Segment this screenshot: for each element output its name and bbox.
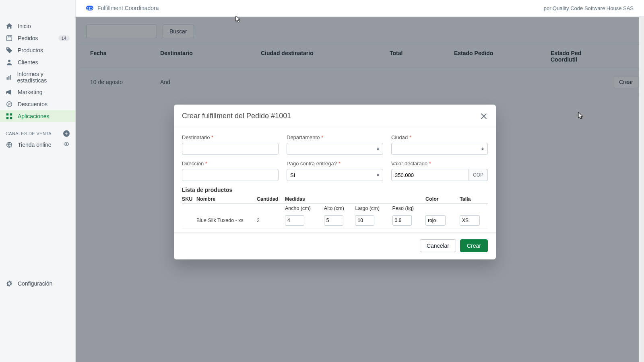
input-talla[interactable] <box>460 215 480 226</box>
input-largo[interactable] <box>355 215 374 226</box>
chevron-sort-icon <box>481 148 485 150</box>
svg-rect-2 <box>6 77 7 80</box>
input-destinatario[interactable] <box>182 143 279 155</box>
fulfillment-modal: Crear fulfillment del Pedido #1001 Desti… <box>174 105 496 259</box>
cell-cantidad: 2 <box>257 213 285 228</box>
sidebar-item-label: Marketing <box>18 89 42 95</box>
sidebar-item-customers[interactable]: Clientes <box>0 56 75 68</box>
sidebar-item-marketing[interactable]: Marketing <box>0 86 75 98</box>
select-pago[interactable] <box>287 169 383 181</box>
subcol-alto: Alto (cm) <box>324 204 355 213</box>
scrollbar[interactable] <box>639 17 644 362</box>
app-title: Fulfillment Coordinadora <box>97 5 159 11</box>
home-icon <box>6 23 13 30</box>
input-valor[interactable] <box>391 169 469 181</box>
input-peso[interactable] <box>392 215 412 226</box>
label-ciudad: Ciudad * <box>391 134 488 140</box>
svg-rect-3 <box>8 76 9 80</box>
input-ancho[interactable] <box>285 215 304 226</box>
gear-icon <box>6 280 13 287</box>
discount-icon <box>6 101 13 108</box>
currency-unit: COP <box>469 169 488 181</box>
tag-icon <box>6 47 13 54</box>
svg-rect-0 <box>7 36 12 41</box>
cursor-icon <box>235 15 241 23</box>
svg-rect-8 <box>6 117 8 119</box>
sidebar-item-label: Pedidos <box>18 35 38 41</box>
cancel-button[interactable]: Cancelar <box>420 239 456 252</box>
label-direccion: Dirección * <box>182 160 279 167</box>
svg-rect-6 <box>6 113 8 115</box>
svg-point-1 <box>8 60 10 62</box>
app-credit: por Quality Code Software House SAS <box>544 5 634 11</box>
modal-title: Crear fulfillment del Pedido #1001 <box>182 112 291 120</box>
select-ciudad[interactable] <box>391 143 488 155</box>
sales-channels-header: CANALES DE VENTA + <box>0 126 75 138</box>
svg-rect-9 <box>10 117 12 119</box>
sidebar-item-label: Tienda online <box>18 142 52 148</box>
sidebar-item-label: Informes y estadísticas <box>17 71 70 84</box>
col-talla: Talla <box>460 195 488 204</box>
add-channel-icon[interactable]: + <box>63 130 70 137</box>
subcol-ancho: Ancho (cm) <box>285 204 324 213</box>
label-departamento: Departamento * <box>287 134 383 140</box>
sidebar-item-products[interactable]: Productos <box>0 44 75 56</box>
sidebar-item-label: Aplicaciones <box>18 113 50 119</box>
sidebar-item-online-store[interactable]: Tienda online <box>0 138 75 151</box>
app-header: Fulfillment Coordinadora por Quality Cod… <box>76 0 644 16</box>
col-cantidad: Cantidad <box>257 195 285 204</box>
products-table: SKU Nombre Cantidad Medidas Color Talla … <box>182 195 488 228</box>
product-row: Blue Silk Tuxedo - xs 2 <box>182 213 488 228</box>
subcol-peso: Peso (kg) <box>392 204 425 213</box>
sidebar-item-orders[interactable]: Pedidos 14 <box>0 32 75 44</box>
svg-rect-4 <box>10 75 11 79</box>
orders-icon <box>6 35 13 42</box>
input-alto[interactable] <box>324 215 343 226</box>
sidebar-item-settings[interactable]: Configuración <box>0 278 75 290</box>
col-sku: SKU <box>182 195 196 204</box>
close-icon[interactable] <box>480 112 488 120</box>
sidebar-item-label: Clientes <box>18 59 38 66</box>
svg-rect-7 <box>10 113 12 115</box>
input-color[interactable] <box>425 215 446 226</box>
input-direccion[interactable] <box>182 169 279 181</box>
sidebar-item-analytics[interactable]: Informes y estadísticas <box>0 68 75 86</box>
label-pago: Pago contra entrega? * <box>287 160 383 167</box>
sidebar-item-home[interactable]: Inicio <box>0 20 75 32</box>
cursor-icon <box>578 112 584 120</box>
orders-badge: 14 <box>58 35 70 41</box>
sidebar-item-label: Descuentos <box>18 101 47 107</box>
user-icon <box>6 59 13 66</box>
col-medidas: Medidas <box>285 195 425 204</box>
subcol-largo: Largo (cm) <box>355 204 392 213</box>
cell-nombre: Blue Silk Tuxedo - xs <box>196 213 257 228</box>
sidebar-item-label: Productos <box>18 47 43 53</box>
chevron-sort-icon <box>377 174 380 177</box>
label-valor: Valor declarado * <box>391 160 488 167</box>
label-destinatario: Destinatario * <box>182 134 279 140</box>
app-logo-icon <box>86 6 93 10</box>
analytics-icon <box>6 74 12 81</box>
sidebar-item-apps[interactable]: Aplicaciones <box>0 110 75 122</box>
col-nombre: Nombre <box>196 195 257 204</box>
sidebar: Inicio Pedidos 14 Productos Clientes <box>0 0 76 362</box>
col-color: Color <box>425 195 460 204</box>
chevron-sort-icon <box>377 148 380 150</box>
sidebar-item-label: Configuración <box>18 280 52 287</box>
store-icon <box>6 141 13 148</box>
sales-channels-label: CANALES DE VENTA <box>6 131 52 136</box>
products-title: Lista de productos <box>182 187 488 193</box>
eye-icon[interactable] <box>63 141 70 148</box>
sidebar-item-discounts[interactable]: Descuentos <box>0 98 75 110</box>
svg-point-11 <box>66 143 67 144</box>
apps-icon <box>6 113 13 120</box>
create-button[interactable]: Crear <box>460 239 488 252</box>
megaphone-icon <box>6 88 13 96</box>
sidebar-item-label: Inicio <box>18 23 31 29</box>
select-departamento[interactable] <box>287 143 383 155</box>
